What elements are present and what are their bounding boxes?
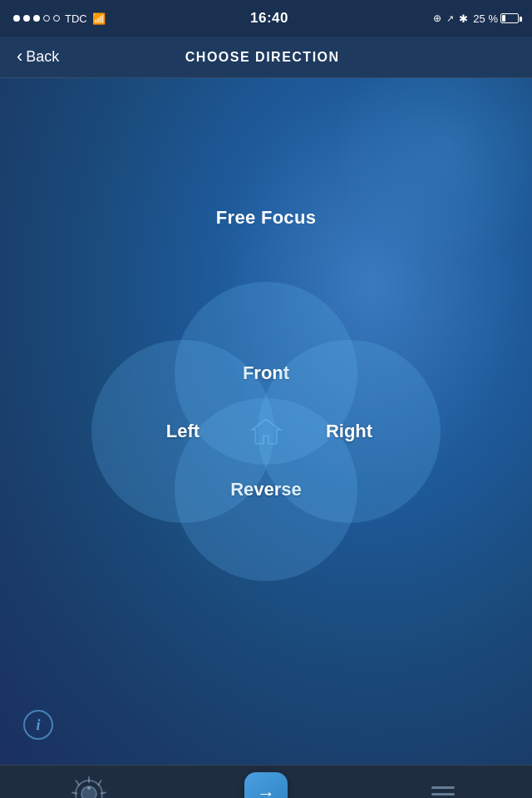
petals-container: Front Reverse Left Right <box>100 265 432 598</box>
nav-bar: ‹ Back CHOOSE DIRECTION <box>0 37 532 78</box>
more-tab-icon <box>431 777 455 798</box>
status-left: TDC 📶 <box>13 12 106 25</box>
tab-bar: Sound → Program More <box>0 765 532 798</box>
dot-3 <box>33 15 40 22</box>
tab-more[interactable]: More <box>356 777 531 798</box>
arrow-right-icon: → <box>257 783 275 798</box>
status-bar: TDC 📶 16:40 ⊕ ↗ ✱ 25 % <box>0 0 532 37</box>
right-label: Right <box>326 421 372 442</box>
background-glow <box>332 78 532 261</box>
free-focus-label[interactable]: Free Focus <box>216 207 316 229</box>
back-button[interactable]: ‹ Back <box>17 47 59 67</box>
arrow-icon: ↗ <box>446 13 454 24</box>
bluetooth-icon: ✱ <box>459 12 468 25</box>
svg-point-9 <box>87 786 91 790</box>
info-button[interactable]: i <box>23 710 53 740</box>
tab-sound[interactable]: Sound <box>1 774 176 798</box>
dot-1 <box>13 15 20 22</box>
tab-program[interactable]: → Program <box>178 772 353 798</box>
status-right: ⊕ ↗ ✱ 25 % <box>433 12 519 25</box>
home-center-button[interactable] <box>243 408 289 455</box>
dot-4 <box>43 15 50 22</box>
battery-icon <box>500 13 519 23</box>
main-content: Free Focus Front Reverse Left Right i <box>0 78 532 765</box>
hamburger-line-1 <box>431 786 455 789</box>
sound-dial-svg <box>69 774 109 798</box>
battery-percentage: 25 % <box>473 12 498 25</box>
battery-indicator: 25 % <box>473 12 519 25</box>
status-time: 16:40 <box>250 10 288 27</box>
wifi-icon: 📶 <box>92 12 106 25</box>
carrier-label: TDC <box>65 12 87 25</box>
home-icon <box>249 414 283 449</box>
back-chevron-icon: ‹ <box>17 46 22 67</box>
battery-fill <box>502 15 505 22</box>
back-label: Back <box>26 48 59 66</box>
signal-dots <box>13 15 60 22</box>
sound-tab-icon <box>69 774 109 798</box>
hamburger-line-2 <box>431 793 455 796</box>
left-label: Left <box>166 421 200 442</box>
info-icon: i <box>36 717 40 734</box>
dot-5 <box>53 15 60 22</box>
page-title: CHOOSE DIRECTION <box>59 50 466 65</box>
location-icon: ⊕ <box>433 12 441 24</box>
dot-2 <box>23 15 30 22</box>
program-tab-icon: → <box>244 772 288 798</box>
